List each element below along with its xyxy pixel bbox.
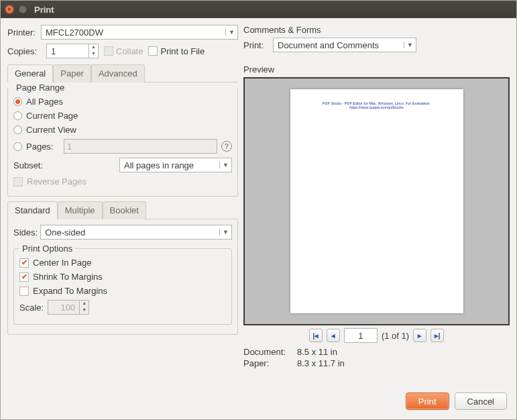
pages-label: Pages:: [26, 142, 60, 152]
sides-value: One-sided: [41, 227, 219, 238]
nav-next-button[interactable]: ▸: [413, 329, 426, 342]
titlebar: × Print: [1, 1, 516, 18]
help-icon[interactable]: ?: [221, 141, 232, 152]
shrink-to-margins-checkbox[interactable]: [19, 272, 29, 282]
radio-current-page[interactable]: [13, 111, 22, 120]
preview-nav: |◂ ◂ (1 of 1) ▸ ▸|: [243, 328, 510, 343]
chevron-down-icon: ▼: [219, 229, 231, 235]
spin-up-icon[interactable]: ▲: [89, 44, 98, 51]
page-range-legend: Page Range: [13, 83, 67, 93]
print-to-file-checkbox[interactable]: Print to File: [148, 46, 205, 56]
expand-to-margins-checkbox[interactable]: [19, 286, 29, 296]
center-in-page-checkbox[interactable]: [19, 258, 29, 268]
cf-print-label: Print:: [243, 40, 269, 50]
tab-booklet[interactable]: Booklet: [103, 201, 146, 219]
window-close-button[interactable]: ×: [5, 5, 14, 14]
subset-value: All pages in range: [120, 160, 219, 170]
cancel-button[interactable]: Cancel: [455, 392, 507, 410]
chevron-down-icon: ▼: [219, 162, 231, 168]
preview-page-text: PDF Studio - PDF Editor for Mac, Windows…: [300, 101, 454, 109]
scale-label: Scale:: [19, 303, 44, 313]
pages-input: [64, 139, 217, 154]
preview-heading: Preview: [243, 64, 510, 74]
dialog-footer: Print Cancel: [1, 388, 516, 417]
copies-spinner[interactable]: 1 ▲▼: [46, 44, 99, 58]
main-tabs: General Paper Advanced: [7, 64, 238, 83]
nav-prev-button[interactable]: ◂: [327, 329, 340, 342]
print-to-file-label: Print to File: [160, 46, 205, 56]
sides-label: Sides:: [13, 227, 38, 238]
preview-area: PDF Studio - PDF Editor for Mac, Windows…: [243, 77, 510, 325]
chevron-down-icon: ▼: [225, 29, 237, 36]
spin-down-icon: ▼: [80, 307, 89, 314]
print-options-legend: Print Options: [19, 244, 75, 254]
spin-up-icon: ▲: [80, 301, 89, 307]
scale-spinner: 100 ▲▼: [48, 300, 89, 315]
checkbox-icon: [148, 46, 158, 56]
radio-all-pages[interactable]: [13, 97, 22, 106]
nav-last-button[interactable]: ▸|: [430, 329, 444, 342]
collate-label: Collate: [116, 46, 143, 56]
tab-general[interactable]: General: [7, 64, 53, 83]
cf-print-select[interactable]: Document and Comments ▼: [273, 38, 416, 52]
subset-label: Subset:: [13, 160, 52, 170]
current-view-label: Current View: [26, 125, 76, 135]
spin-down-icon[interactable]: ▼: [89, 51, 98, 58]
reverse-pages-label: Reverse Pages: [27, 176, 87, 187]
tab-standard[interactable]: Standard: [7, 201, 58, 219]
print-button[interactable]: Print: [406, 392, 449, 410]
nav-page-input[interactable]: [344, 328, 378, 343]
cf-print-value: Document and Comments: [274, 40, 404, 50]
paper-size-value: 8.3 x 11.7 in: [297, 358, 345, 368]
checkbox-icon: [104, 46, 113, 56]
document-size-label: Document:: [243, 347, 297, 357]
tab-paper[interactable]: Paper: [53, 64, 91, 83]
printer-value: MFCL2700DW: [42, 28, 225, 38]
paper-size-label: Paper:: [243, 358, 297, 368]
radio-current-view[interactable]: [13, 125, 22, 134]
window-minimize-button[interactable]: [18, 5, 27, 14]
reverse-pages-checkbox: [13, 177, 23, 187]
center-in-page-label: Center In Page: [33, 258, 91, 268]
current-page-label: Current Page: [26, 111, 78, 121]
sides-select[interactable]: One-sided ▼: [40, 225, 232, 240]
collate-checkbox: Collate: [104, 46, 143, 56]
shrink-to-margins-label: Shrink To Margins: [33, 272, 103, 282]
radio-pages[interactable]: [13, 142, 22, 151]
layout-tabs: Standard Multiple Booklet: [7, 201, 238, 219]
comments-forms-heading: Comments & Forms: [243, 25, 510, 35]
document-size-value: 8.5 x 11 in: [297, 347, 337, 357]
expand-to-margins-label: Expand To Margins: [33, 286, 107, 296]
tab-advanced[interactable]: Advanced: [91, 64, 145, 83]
copies-label: Copies:: [7, 46, 41, 56]
subset-select[interactable]: All pages in range ▼: [119, 158, 232, 172]
tab-multiple[interactable]: Multiple: [58, 201, 103, 219]
all-pages-label: All Pages: [26, 97, 63, 107]
copies-value: 1: [47, 46, 89, 56]
chevron-down-icon: ▼: [404, 42, 416, 48]
print-dialog: × Print Printer: MFCL2700DW ▼ Copies: 1 …: [0, 0, 517, 420]
nav-first-button[interactable]: |◂: [309, 329, 323, 342]
window-title: Print: [34, 5, 54, 15]
printer-label: Printer:: [7, 28, 41, 38]
nav-page-count: (1 of 1): [382, 331, 409, 341]
printer-select[interactable]: MFCL2700DW ▼: [41, 25, 238, 40]
scale-value: 100: [48, 303, 79, 313]
preview-page: PDF Studio - PDF Editor for Mac, Windows…: [290, 89, 463, 313]
